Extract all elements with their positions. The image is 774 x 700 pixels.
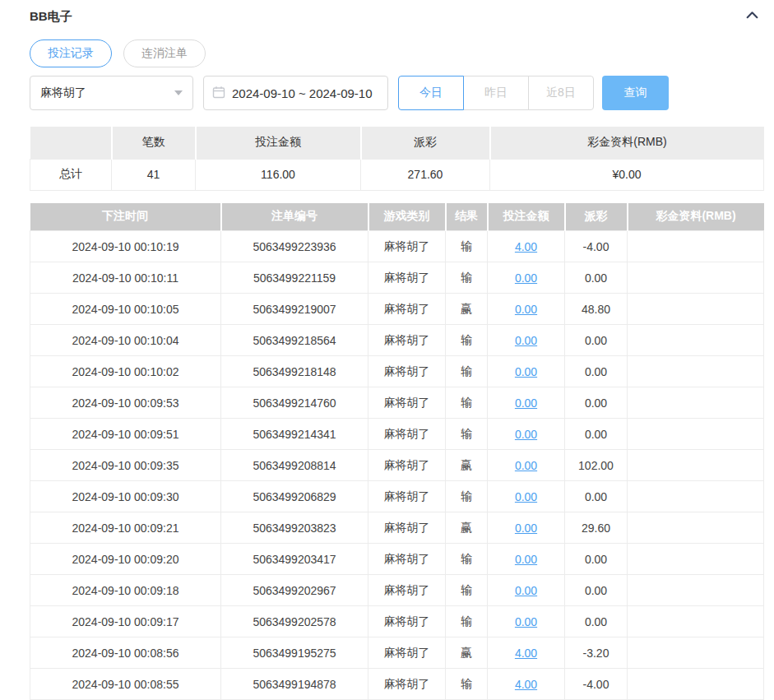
game-type-cell: 麻将胡了 xyxy=(368,356,446,387)
bet-amount-cell: 0.00 xyxy=(488,294,565,325)
bet-id-cell: 5063499221159 xyxy=(221,262,368,294)
bet-amount-link[interactable]: 0.00 xyxy=(515,396,537,410)
bet-time-cell: 2024-09-10 00:10:19 xyxy=(30,231,221,262)
bonus-cell xyxy=(628,356,764,387)
result-cell: 赢 xyxy=(446,637,488,669)
bet-amount-cell: 4.00 xyxy=(488,637,565,669)
bet-amount-cell: 0.00 xyxy=(488,575,565,606)
bet-amount-link[interactable]: 0.00 xyxy=(515,428,537,441)
result-cell: 输 xyxy=(446,262,488,294)
date-range-input[interactable]: 2024-09-10 ~ 2024-09-10 xyxy=(203,76,388,110)
bet-id-cell: 5063499194878 xyxy=(221,669,368,700)
bet-time-cell: 2024-09-10 00:09:53 xyxy=(30,387,221,419)
payout-cell: -4.00 xyxy=(565,669,628,700)
table-row: 2024-09-10 00:09:175063499202578麻将胡了输0.0… xyxy=(30,606,764,637)
game-type-cell: 麻将胡了 xyxy=(368,450,446,481)
bet-amount-link[interactable]: 0.00 xyxy=(515,459,537,472)
bet-amount-link[interactable]: 0.00 xyxy=(515,365,537,378)
bet-amount-cell: 0.00 xyxy=(488,325,565,356)
chevron-up-icon xyxy=(745,8,759,25)
summary-header-row: 笔数 投注金额 派彩 彩金资料(RMB) xyxy=(30,127,764,159)
payout-cell: 0.00 xyxy=(565,356,628,387)
header-bonus: 彩金资料(RMB) xyxy=(628,203,764,231)
game-type-cell: 麻将胡了 xyxy=(368,512,446,544)
calendar-icon xyxy=(212,86,232,101)
bonus-cell xyxy=(628,325,764,356)
result-cell: 赢 xyxy=(446,512,488,544)
collapse-button[interactable] xyxy=(743,7,761,25)
result-cell: 输 xyxy=(446,575,488,606)
bet-time-cell: 2024-09-10 00:08:56 xyxy=(30,637,221,669)
bet-table-header-row: 下注时间 注单编号 游戏类别 结果 投注金额 派彩 彩金资料(RMB) xyxy=(30,203,764,231)
bet-amount-link[interactable]: 4.00 xyxy=(515,678,537,691)
result-cell: 输 xyxy=(446,669,488,700)
bonus-cell xyxy=(628,606,764,637)
bet-amount-link[interactable]: 4.00 xyxy=(515,647,537,660)
bonus-cell xyxy=(628,575,764,606)
bet-amount-link[interactable]: 0.00 xyxy=(515,522,537,535)
bet-amount-link[interactable]: 0.00 xyxy=(515,490,537,503)
result-cell: 输 xyxy=(446,481,488,512)
bet-id-cell: 5063499203823 xyxy=(221,512,368,544)
summary-total-row: 总计 41 116.00 271.60 ¥0.00 xyxy=(30,159,764,190)
page-title: BB电子 xyxy=(30,9,72,25)
bet-amount-link[interactable]: 0.00 xyxy=(515,553,537,566)
payout-cell: 0.00 xyxy=(565,481,628,512)
today-button[interactable]: 今日 xyxy=(398,76,464,110)
bonus-cell xyxy=(628,419,764,450)
today-label: 今日 xyxy=(419,86,443,100)
bet-amount-cell: 0.00 xyxy=(488,356,565,387)
table-row: 2024-09-10 00:09:215063499203823麻将胡了赢0.0… xyxy=(30,512,764,544)
game-type-cell: 麻将胡了 xyxy=(368,387,446,419)
bet-time-cell: 2024-09-10 00:10:04 xyxy=(30,325,221,356)
tab-cancelled-bets[interactable]: 连消注单 xyxy=(123,39,206,67)
payout-cell: 0.00 xyxy=(565,419,628,450)
bet-time-cell: 2024-09-10 00:10:02 xyxy=(30,356,221,387)
payout-cell: 0.00 xyxy=(565,606,628,637)
bet-amount-link[interactable]: 0.00 xyxy=(515,271,537,285)
payout-cell: 0.00 xyxy=(565,262,628,294)
yesterday-button[interactable]: 昨日 xyxy=(463,76,529,110)
payout-cell: 29.60 xyxy=(565,512,628,544)
bet-amount-link[interactable]: 0.00 xyxy=(515,615,537,628)
bet-time-cell: 2024-09-10 00:09:30 xyxy=(30,481,221,512)
payout-cell: 102.00 xyxy=(565,450,628,481)
bet-amount-cell: 4.00 xyxy=(488,231,565,262)
summary-header-bet-amount: 投注金额 xyxy=(196,127,361,159)
payout-cell: 0.00 xyxy=(565,325,628,356)
game-type-cell: 麻将胡了 xyxy=(368,575,446,606)
bet-amount-cell: 0.00 xyxy=(488,419,565,450)
bet-id-cell: 5063499208814 xyxy=(221,450,368,481)
table-row: 2024-09-10 00:10:055063499219007麻将胡了赢0.0… xyxy=(30,294,764,325)
payout-cell: 0.00 xyxy=(565,575,628,606)
bet-time-cell: 2024-09-10 00:09:51 xyxy=(30,419,221,450)
bet-amount-link[interactable]: 0.00 xyxy=(515,584,537,597)
summary-table: 笔数 投注金额 派彩 彩金资料(RMB) 总计 41 116.00 271.60… xyxy=(30,127,764,191)
total-bonus: ¥0.00 xyxy=(490,159,764,190)
bet-time-cell: 2024-09-10 00:09:20 xyxy=(30,544,221,575)
header-payout: 派彩 xyxy=(565,203,628,231)
last-8-days-button[interactable]: 近8日 xyxy=(528,76,594,110)
bet-amount-link[interactable]: 4.00 xyxy=(515,240,537,253)
bet-amount-link[interactable]: 0.00 xyxy=(515,303,537,316)
table-row: 2024-09-10 00:09:185063499202967麻将胡了输0.0… xyxy=(30,575,764,606)
filter-bar: 麻将胡了 2024-09-10 ~ 2024-09-10 今日 昨日 xyxy=(30,76,764,110)
game-type-cell: 麻将胡了 xyxy=(368,544,446,575)
last-8-days-label: 近8日 xyxy=(546,86,576,100)
bonus-cell xyxy=(628,512,764,544)
game-type-cell: 麻将胡了 xyxy=(368,637,446,669)
bet-id-cell: 5063499219007 xyxy=(221,294,368,325)
search-button[interactable]: 查询 xyxy=(602,76,669,110)
bet-records-table: 下注时间 注单编号 游戏类别 结果 投注金额 派彩 彩金资料(RMB) 2024… xyxy=(30,203,764,700)
header-bet-amount: 投注金额 xyxy=(488,203,565,231)
tab-betting-records[interactable]: 投注记录 xyxy=(30,39,112,67)
bet-amount-cell: 0.00 xyxy=(488,481,565,512)
bet-amount-link[interactable]: 0.00 xyxy=(515,334,537,347)
payout-cell: -4.00 xyxy=(565,231,628,262)
game-type-cell: 麻将胡了 xyxy=(368,669,446,700)
bonus-cell xyxy=(628,231,764,262)
bet-amount-cell: 0.00 xyxy=(488,387,565,419)
panel-header: BB电子 xyxy=(30,7,764,26)
table-row: 2024-09-10 00:09:355063499208814麻将胡了赢0.0… xyxy=(30,450,764,481)
game-select[interactable]: 麻将胡了 xyxy=(30,76,193,110)
